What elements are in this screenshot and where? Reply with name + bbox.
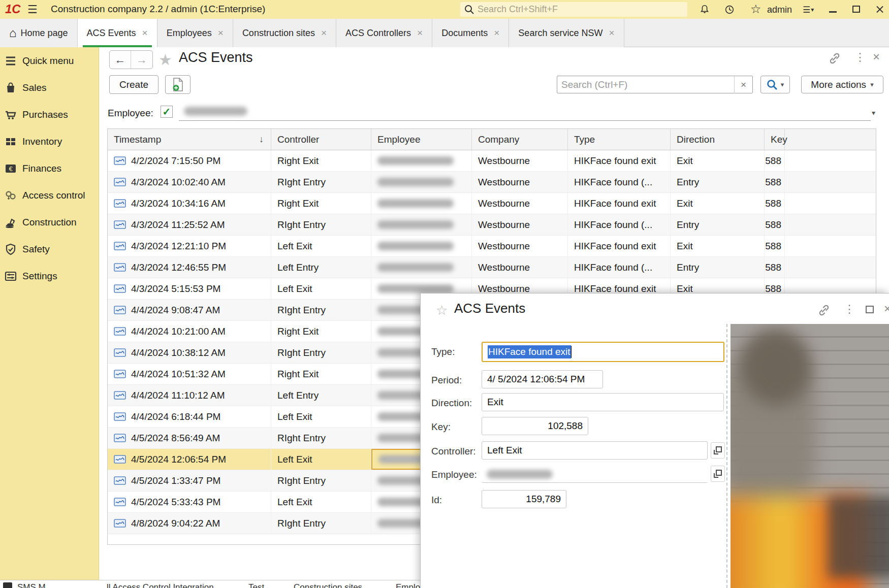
col-header-timestamp[interactable]: Timestamp↓ [108,129,271,150]
cell-key[interactable]: 102,588 [765,172,785,192]
cell-timestamp[interactable]: 4/3/2024 10:02:40 AM [108,172,271,192]
cell-direction[interactable]: Exit [671,193,765,214]
cell-company[interactable]: Westbourne [472,214,568,235]
col-header-company[interactable]: Company [472,129,568,150]
cell-direction[interactable]: Exit [671,236,765,256]
tab-acs-events[interactable]: ACS Events× [78,19,157,47]
sidebar-item-construction[interactable]: Construction [0,209,99,236]
cell-controller[interactable]: Left Exit [271,236,371,256]
user-name[interactable]: admin [767,5,792,15]
close-dialog-icon[interactable]: × [884,302,889,316]
close-tab-icon[interactable]: × [142,27,148,39]
dialog-splitter[interactable] [726,324,727,588]
sidebar-item-settings[interactable]: Settings [0,263,99,289]
tab-documents[interactable]: Documents× [432,19,509,47]
new-document-button[interactable] [165,75,190,94]
cell-controller[interactable]: RIght Entry [271,300,371,320]
cell-employee[interactable] [371,236,472,256]
cell-timestamp[interactable]: 4/3/2024 12:46:55 PM [108,257,271,278]
taskbar-item[interactable]: ll Access Control Integration [107,582,214,588]
col-header-type[interactable]: Type [568,129,671,150]
cell-controller[interactable]: Left Entry [271,257,371,278]
notifications-bell-icon[interactable] [698,4,711,15]
cell-type[interactable]: HIKFace found exit [568,150,671,171]
cell-controller[interactable]: Left Entry [271,385,371,406]
table-row[interactable]: 4/2/2024 7:15:50 PMRight ExitWestbourneH… [108,150,876,172]
close-tab-icon[interactable]: × [609,27,614,39]
period-field[interactable]: 4/ 5/2024 12:06:54 PM [482,370,603,388]
tab-search-service-nsw[interactable]: Search service NSW× [509,19,624,47]
cell-controller[interactable]: Right Exit [271,193,371,214]
taskbar-item[interactable]: SMS M [17,582,46,588]
cell-controller[interactable]: Right Exit [271,150,371,171]
favorite-star-icon[interactable]: ★ [158,51,172,69]
search-options-button[interactable]: ▾ [760,76,790,93]
cell-timestamp[interactable]: 4/3/2024 10:34:16 AM [108,193,271,214]
cell-timestamp[interactable]: 4/4/2024 10:21:00 AM [108,321,271,342]
maximize-dialog-icon[interactable] [866,306,874,313]
cell-direction[interactable]: Exit [671,150,765,171]
cell-timestamp[interactable]: 4/3/2024 11:25:52 AM [108,214,271,235]
open-controller-button[interactable] [711,442,725,459]
close-tab-icon[interactable]: × [494,27,499,39]
close-window-button[interactable] [876,5,884,13]
cell-employee[interactable] [371,257,472,278]
cell-timestamp[interactable]: 4/5/2024 12:06:54 PM [108,449,271,470]
cell-key[interactable]: 102,588 [765,214,785,235]
cell-timestamp[interactable]: 4/4/2024 11:10:12 AM [108,385,271,406]
cell-timestamp[interactable]: 4/3/2024 5:15:53 PM [108,278,271,299]
cell-key[interactable]: 102,588 [765,193,785,214]
direction-field[interactable]: Exit [482,393,724,411]
cell-controller[interactable]: Right Exit [271,364,371,384]
cell-timestamp[interactable]: 4/8/2024 9:04:22 AM [108,513,271,534]
table-search-box[interactable]: × [557,76,753,93]
cell-controller[interactable]: Left Exit [271,492,371,512]
forward-button[interactable]: → [131,51,152,69]
cell-type[interactable]: HIKFace found (... [568,257,671,278]
col-header-controller[interactable]: Controller [271,129,371,150]
create-button[interactable]: Create [109,75,158,94]
favorite-star-icon[interactable]: ☆ [436,303,448,318]
cell-employee[interactable] [371,150,472,171]
col-header-direction[interactable]: Direction [671,129,765,150]
more-actions-button[interactable]: More actions ▾ [801,76,883,93]
type-field[interactable]: HIKFace found exit [482,342,724,362]
cell-controller[interactable]: Right Exit [271,321,371,342]
cell-controller[interactable]: RIght Entry [271,513,371,534]
tab-home-page[interactable]: ⌂Home page [0,19,78,47]
more-menu-kebab-icon[interactable]: ⋮ [854,51,866,64]
global-search-input[interactable] [478,4,671,15]
minimize-button[interactable] [829,11,837,13]
cell-timestamp[interactable]: 4/5/2024 5:33:43 PM [108,492,271,512]
cell-type[interactable]: HIKFace found exit [568,193,671,214]
cell-direction[interactable]: Entry [671,214,765,235]
cell-company[interactable]: Westbourne [472,193,568,214]
cell-controller[interactable]: RIght Entry [271,470,371,491]
main-menu-icon[interactable]: ☰ [27,3,38,16]
id-field[interactable]: 159,789 [482,490,566,508]
close-tab-icon[interactable]: × [321,27,327,39]
favorites-star-icon[interactable]: ☆ [750,2,761,16]
taskbar-item[interactable]: Test [248,582,264,588]
close-tab-icon[interactable]: × [218,27,224,39]
sidebar-item-access-control[interactable]: Access control [0,182,99,209]
cell-controller[interactable]: Left Exit [271,406,371,427]
sidebar-item-finances[interactable]: €Finances [0,155,99,182]
table-row[interactable]: 4/3/2024 12:21:10 PMLeft ExitWestbourneH… [108,236,876,257]
cell-type[interactable]: HIKFace found exit [568,236,671,256]
table-row[interactable]: 4/3/2024 12:46:55 PMLeft EntryWestbourne… [108,257,876,278]
table-row[interactable]: 4/3/2024 10:02:40 AMRIght EntryWestbourn… [108,172,876,193]
cell-employee[interactable] [371,172,472,192]
cell-timestamp[interactable]: 4/4/2024 10:51:32 AM [108,364,271,384]
employee-filter-combobox[interactable] [179,104,871,121]
cell-controller[interactable]: RIght Entry [271,342,371,363]
sidebar-item-purchases[interactable]: Purchases [0,101,99,128]
table-search-input[interactable] [557,79,734,90]
close-panel-icon[interactable]: × [873,50,880,64]
cell-timestamp[interactable]: 4/5/2024 8:56:49 AM [108,428,271,448]
tab-construction-sites[interactable]: Construction sites× [233,19,336,47]
cell-timestamp[interactable]: 4/4/2024 10:38:12 AM [108,342,271,363]
sidebar-item-inventory[interactable]: Inventory [0,128,99,155]
cell-company[interactable]: Westbourne [472,150,568,171]
cell-company[interactable]: Westbourne [472,236,568,256]
